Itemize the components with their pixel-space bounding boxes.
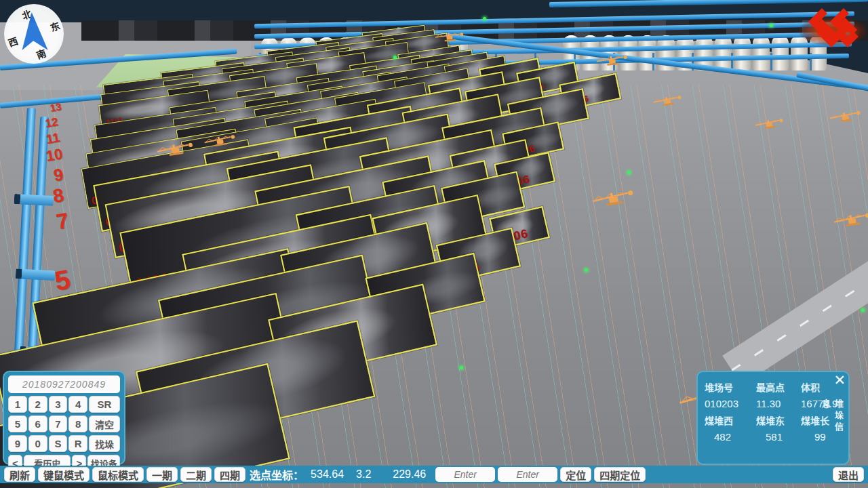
- keypad-button-2-4[interactable]: 找垛: [89, 435, 120, 452]
- keypad-button-1-4[interactable]: 清空: [89, 415, 120, 432]
- compass-arrow-icon: [14, 11, 54, 56]
- keypad-button-2-2[interactable]: S: [49, 435, 68, 452]
- keypad-display-input[interactable]: [8, 375, 120, 393]
- keypad-button-1-0[interactable]: 5: [8, 415, 27, 432]
- status-dot: [483, 17, 486, 20]
- row-number-label: 11: [45, 131, 60, 146]
- keypad-button-0-2[interactable]: 3: [49, 396, 68, 413]
- info-side-label: 堆垛信息: [819, 399, 845, 445]
- toolbar-button-left-1[interactable]: 键鼠模式: [38, 467, 90, 482]
- toolbar-button-left-5[interactable]: 四期: [214, 467, 245, 482]
- info-header-pile-east: 煤堆东: [756, 413, 801, 427]
- coordinate-label: 选点坐标：: [250, 466, 304, 483]
- status-dot: [627, 171, 631, 174]
- compass[interactable]: 北 东 南 西: [4, 4, 64, 64]
- keypad-button-1-1[interactable]: 6: [28, 415, 47, 432]
- coordinate-y: 3.2: [356, 468, 371, 481]
- toolbar-button-left-2[interactable]: 鼠标模式: [92, 467, 144, 482]
- info-header-volume: 体积: [801, 380, 837, 394]
- enter-input-1[interactable]: [435, 467, 495, 482]
- keypad-button-2-1[interactable]: 0: [28, 435, 47, 452]
- toolbar-button-left-4[interactable]: 二期: [180, 467, 212, 482]
- toolbar-button-left-0[interactable]: 刷新: [4, 467, 35, 482]
- keypad-panel: 1234SR5678清空90SR找垛<看历史>找设备: [3, 371, 125, 465]
- keypad-button-2-3[interactable]: R: [68, 435, 87, 452]
- status-dot: [770, 24, 773, 27]
- toolbar-button-right-0[interactable]: 定位: [560, 467, 591, 482]
- app-window: 0101010201030104010501060201020202030204…: [0, 0, 868, 488]
- keypad-button-2-0[interactable]: 9: [8, 435, 27, 452]
- row-number-label: 12: [44, 116, 59, 129]
- pile-info-grid: 堆场号 最高点 体积 010203 11.30 16774.9 煤堆西 煤堆东 …: [705, 380, 831, 443]
- close-icon[interactable]: ✕: [833, 373, 846, 388]
- info-value-pile-east: 581: [756, 431, 801, 443]
- keypad-button-0-0[interactable]: 1: [8, 396, 27, 413]
- info-value-highest-point: 11.30: [756, 398, 801, 409]
- info-header-pile-west: 煤堆西: [705, 413, 756, 427]
- keypad-button-0-1[interactable]: 2: [28, 396, 47, 413]
- status-dot: [861, 308, 865, 312]
- keypad-button-0-4[interactable]: SR: [89, 396, 120, 413]
- row-number-label: 13: [49, 101, 62, 113]
- toolbar-button-right-1[interactable]: 四期定位: [594, 467, 646, 482]
- bottom-toolbar: 刷新键鼠模式鼠标模式一期二期四期 选点坐标： 534.64 3.2 229.46…: [0, 466, 868, 483]
- keypad-button-1-2[interactable]: 7: [49, 415, 68, 432]
- row-number-label: 10: [45, 146, 64, 164]
- keypad-button-1-3[interactable]: 8: [68, 415, 87, 432]
- coordinate-z: 229.46: [393, 468, 426, 481]
- status-dot: [585, 268, 588, 272]
- status-dot: [460, 366, 463, 369]
- pile-info-panel: ✕ 堆场号 最高点 体积 010203 11.30 16774.9 煤堆西 煤堆…: [696, 371, 850, 465]
- info-header-yard-no: 堆场号: [705, 380, 756, 394]
- keypad-button-0-3[interactable]: 4: [68, 396, 87, 413]
- stacker-reclaimer-machine: [433, 31, 470, 46]
- info-header-highest-point: 最高点: [756, 380, 801, 394]
- status-dot: [393, 56, 397, 59]
- enter-input-2[interactable]: [498, 467, 557, 482]
- coordinate-x: 534.64: [311, 468, 344, 481]
- company-logo: [803, 7, 863, 53]
- logo-icon: [807, 7, 859, 50]
- exit-button[interactable]: 退出: [833, 467, 864, 482]
- toolbar-button-left-3[interactable]: 一期: [146, 467, 178, 482]
- info-value-yard-no: 010203: [705, 398, 756, 409]
- info-value-pile-west: 482: [705, 431, 756, 443]
